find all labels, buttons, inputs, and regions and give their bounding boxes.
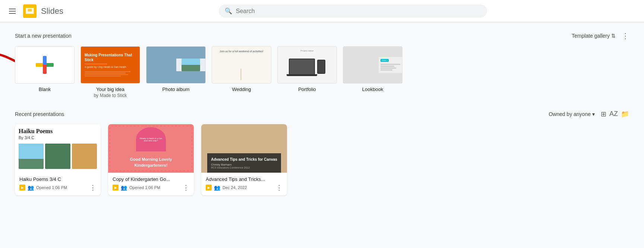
wedding-header-text: Join us for a full weekend of activities…	[220, 50, 263, 53]
kinder-more-icon[interactable]: ⋮	[183, 183, 189, 192]
app-name: Slides	[41, 6, 63, 16]
haiku-meta-left: ▶ 👥 Opened 1:06 PM	[19, 185, 67, 191]
advanced-card-title: Advanced Tips and Tricks...	[206, 176, 282, 182]
grid-view-icon[interactable]: ⊞	[601, 110, 606, 118]
advanced-more-icon[interactable]: ⋮	[276, 183, 282, 192]
hamburger-menu[interactable]	[6, 6, 19, 17]
shared-icon: 👥	[28, 185, 34, 191]
template-lookbook[interactable]: ITEM 1 Lookbook	[343, 46, 402, 92]
wedding-thumbnail: Join us for a full weekend of activities…	[212, 46, 271, 84]
haiku-card-info: Haiku Poems 3/4 C ▶ 👥 Opened 1:06 PM ⋮	[15, 173, 101, 195]
haiku-time: Opened 1:06 PM	[36, 185, 67, 190]
lookbook-sidebar: ITEM 1	[379, 57, 402, 73]
new-presentation-section-header: Start a new presentation Template galler…	[15, 31, 629, 40]
search-input[interactable]	[236, 8, 481, 15]
portfolio-project-label: Project name	[300, 50, 313, 52]
presentation-card-kinder[interactable]: Ready to learn in a fun and new way? Goo…	[108, 124, 194, 195]
advanced-card-meta: ▶ 👥 Dec 24, 2022 ⋮	[206, 183, 282, 192]
big-idea-thumbnail: Making Presentations That Stick A guide …	[80, 46, 140, 84]
big-idea-subtext: A guide by Chip Heath & Dan Heath	[85, 66, 126, 68]
blank-thumbnail	[15, 46, 75, 84]
recent-header: Recent presentations Owned by anyone ▾ ⊞…	[15, 110, 629, 118]
kinder-circle-text: Ready to learn in a fun and new way?	[136, 136, 166, 143]
big-idea-text: Making Presentations That Stick	[85, 53, 136, 62]
advanced-card-info: Advanced Tips and Tricks... ▶ 👥 Dec 24, …	[201, 173, 287, 195]
photo-album-label: Photo album	[162, 87, 190, 92]
lookbook-thumbnail: ITEM 1	[343, 46, 402, 84]
template-photo-album[interactable]: Photo album	[146, 46, 206, 92]
advanced-title-text: Advanced Tips and Tricks for Canvas	[211, 157, 277, 162]
haiku-card-title: Haiku Poems 3/4 C	[19, 176, 96, 182]
kinder-card-title: Copy of Kindergarten Go...	[113, 176, 189, 182]
haiku-thumbnail: Haiku Poems By 3/4 C	[15, 124, 101, 173]
advanced-time: Dec 24, 2022	[222, 185, 247, 190]
sort-az-icon[interactable]: AZ	[609, 110, 618, 118]
portfolio-thumbnail: Project name	[277, 46, 337, 84]
presentation-card-haiku[interactable]: Haiku Poems By 3/4 C Haiku Poems 3/4 C ▶	[15, 124, 101, 195]
search-bar[interactable]: 🔍	[219, 4, 487, 18]
kinder-bottom-text: Good Morning LovelyKindergarteners!	[108, 157, 194, 168]
kinder-circle-top: Ready to learn in a fun and new way?	[136, 127, 166, 151]
plus-crosshair-icon	[36, 56, 54, 74]
template-portfolio[interactable]: Project name Portfolio	[277, 46, 337, 92]
template-blank[interactable]: Blank	[15, 46, 75, 92]
haiku-subtitle: By 3/4 C	[19, 135, 97, 140]
kinder-card-info: Copy of Kindergarten Go... ▶ 👥 Opened 1:…	[108, 173, 194, 195]
slides-icon: ▶	[19, 185, 25, 191]
template-gallery-button[interactable]: Template gallery ⇅	[572, 33, 616, 39]
recent-title: Recent presentations	[15, 111, 64, 117]
new-presentation-title: Start a new presentation	[15, 33, 72, 39]
presentation-card-advanced[interactable]: Advanced Tips and Tricks for Canvas Chri…	[201, 124, 287, 195]
haiku-card-meta: ▶ 👥 Opened 1:06 PM ⋮	[19, 183, 96, 192]
template-big-idea[interactable]: Making Presentations That Stick A guide …	[80, 46, 140, 98]
kinder-card-meta: ▶ 👥 Opened 1:06 PM ⋮	[113, 183, 189, 192]
folder-view-icon[interactable]: 📁	[621, 110, 629, 118]
shared-icon-3: 👥	[214, 185, 220, 191]
wedding-label: Wedding	[232, 87, 251, 92]
lookbook-badge: ITEM 1	[381, 59, 389, 62]
advanced-meta-left: ▶ 👥 Dec 24, 2022	[206, 185, 247, 191]
owned-by-label: Owned by anyone	[549, 111, 591, 117]
big-idea-divider	[85, 64, 107, 64]
owned-by-button[interactable]: Owned by anyone ▾	[549, 111, 595, 117]
advanced-info-bar: Advanced Tips and Tricks for Canvas Chri…	[207, 153, 281, 173]
big-idea-sublabel: by Made to Stick	[94, 93, 127, 98]
header: Slides 🔍	[0, 0, 644, 22]
advanced-name-text: Christy Barham	[211, 163, 277, 166]
haiku-more-icon[interactable]: ⋮	[89, 183, 96, 192]
photo-cell-2	[176, 59, 205, 71]
big-idea-label: Your big idea	[96, 87, 124, 92]
recent-section: Recent presentations Owned by anyone ▾ ⊞…	[15, 110, 629, 195]
template-wedding[interactable]: Join us for a full weekend of activities…	[212, 46, 271, 92]
photo-album-thumbnail	[146, 46, 206, 84]
recent-controls: Owned by anyone ▾ ⊞ AZ 📁	[549, 110, 629, 118]
haiku-title: Haiku Poems	[19, 128, 97, 135]
dropdown-chevron-icon: ▾	[592, 111, 595, 117]
advanced-thumbnail: Advanced Tips and Tricks for Canvas Chri…	[201, 124, 287, 173]
slides-logo-icon	[23, 4, 37, 18]
kinder-thumbnail: Ready to learn in a fun and new way? Goo…	[108, 124, 194, 173]
view-icons: ⊞ AZ 📁	[601, 110, 629, 118]
kinder-meta-left: ▶ 👥 Opened 1:06 PM	[113, 185, 160, 191]
haiku-images	[19, 144, 97, 169]
expand-icon: ⇅	[611, 33, 616, 39]
lookbook-label: Lookbook	[362, 87, 383, 92]
shared-icon-2: 👥	[121, 185, 127, 191]
big-idea-content-lines	[85, 70, 136, 77]
wedding-grid	[240, 56, 243, 80]
blank-label: Blank	[39, 87, 51, 92]
search-icon: 🔍	[225, 7, 232, 15]
slides-icon-2: ▶	[113, 185, 119, 191]
kinder-time: Opened 1:06 PM	[129, 185, 160, 190]
svg-rect-2	[28, 9, 32, 11]
cards-row: Haiku Poems By 3/4 C Haiku Poems 3/4 C ▶	[15, 124, 629, 195]
lookbook-text-lines	[381, 63, 400, 71]
main-content: Start a new presentation Template galler…	[0, 22, 644, 204]
portfolio-devices	[289, 53, 325, 80]
more-options-icon[interactable]: ⋮	[622, 31, 629, 40]
portfolio-label: Portfolio	[298, 87, 316, 92]
slides-icon-3: ▶	[206, 185, 212, 191]
template-gallery-label: Template gallery	[572, 33, 610, 39]
templates-row: Blank Making Presentations That Stick A …	[15, 46, 629, 98]
haiku-thumb-content: Haiku Poems By 3/4 C	[15, 124, 101, 173]
